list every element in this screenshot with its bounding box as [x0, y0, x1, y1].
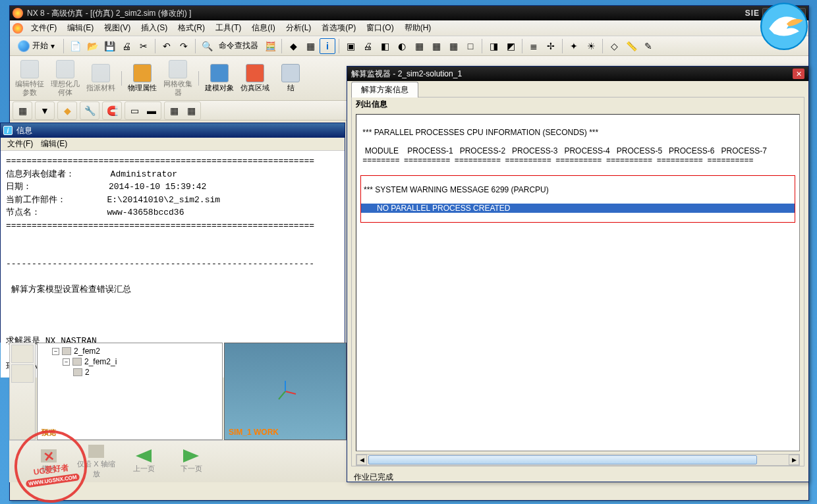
ribbon-result[interactable]: 结 — [273, 58, 308, 99]
nav-next[interactable]: 下一页 — [171, 449, 211, 474]
solver-titlebar[interactable]: 解算监视器 - 2_sim2-solution_1 ✕ — [347, 67, 808, 81]
app-titlebar[interactable]: NX 8 - 高级仿真 - [(仿真) 2_sim2.sim (修改的) ] S… — [10, 6, 808, 20]
pen-icon[interactable]: ✎ — [640, 38, 656, 54]
nav-zoom-x[interactable]: 仅沿 X 轴缩放 — [76, 445, 116, 479]
solver-output[interactable]: *** PARALLEL PROCESSES CPU INFORMATION (… — [356, 114, 800, 451]
model-tree[interactable]: − 2_fem2 − 2_fem2_i 2 — [38, 343, 222, 380]
printer2-icon[interactable]: 🖨 — [360, 38, 376, 54]
tree-node-fem2i[interactable]: − 2_fem2_i — [63, 356, 218, 367]
cube5-icon[interactable]: ◨ — [486, 38, 501, 54]
t2-mesh-icon[interactable]: ▦ — [166, 103, 182, 119]
open-folder-icon[interactable]: 📂 — [84, 38, 100, 54]
square-icon[interactable]: □ — [463, 38, 478, 54]
info-square-icon[interactable]: i — [320, 38, 335, 54]
menu-analysis[interactable]: 分析(L) — [281, 21, 317, 35]
redo-icon[interactable]: ↷ — [176, 38, 192, 54]
info-menu-file[interactable]: 文件(F) — [3, 138, 37, 150]
cube6-icon[interactable]: ◩ — [503, 38, 519, 54]
star-icon[interactable]: ✦ — [566, 38, 582, 54]
cube3-icon[interactable]: ▦ — [428, 38, 444, 54]
nav-mode[interactable]: 模式 — [29, 449, 69, 474]
menu-window[interactable]: 窗口(O) — [361, 21, 399, 35]
material-icon — [92, 64, 110, 82]
menu-file[interactable]: 文件(F) — [26, 21, 62, 35]
nav-strip: 模式 仅沿 X 轴缩放 上一页 下一页 — [9, 440, 347, 482]
solver-title: 解算监视器 - 2_sim2-solution_1 — [351, 69, 793, 80]
solver-monitor-window: 解算监视器 - 2_sim2-solution_1 ✕ 解算方案信息 列出信息 … — [347, 66, 809, 482]
svg-line-1 — [279, 391, 285, 399]
sun-icon[interactable]: ☀ — [583, 38, 599, 54]
t2-mesh2-icon[interactable]: ▦ — [183, 103, 199, 119]
app-title: NX 8 - 高级仿真 - [(仿真) 2_sim2.sim (修改的) ] — [27, 8, 745, 19]
info-menu-edit[interactable]: 编辑(E) — [37, 138, 71, 150]
menubar: 文件(F) 编辑(E) 视图(V) 插入(S) 格式(R) 工具(T) 信息(I… — [10, 20, 808, 36]
info-titlebar[interactable]: i 信息 — [1, 123, 345, 138]
t2-cube-icon[interactable]: ▦ — [14, 103, 30, 119]
t2-filter-icon[interactable]: ▼ — [37, 103, 53, 119]
solver-tab-info[interactable]: 解算方案信息 — [351, 82, 418, 98]
cube2-icon[interactable]: ▦ — [411, 38, 427, 54]
ruler-icon[interactable]: 📏 — [623, 38, 639, 54]
sidebar-btn-1[interactable] — [11, 345, 34, 363]
menu-format[interactable]: 格式(R) — [173, 21, 210, 35]
part-icon — [62, 347, 71, 355]
menu-preferences[interactable]: 首选项(P) — [316, 21, 361, 35]
tool-b-icon[interactable]: ▦ — [302, 38, 318, 54]
t2-box2-icon[interactable]: ▬ — [144, 103, 159, 119]
brand-label: SIE — [745, 9, 760, 18]
ribbon-mesh[interactable]: 网格收集器 — [161, 58, 195, 99]
nav-prev[interactable]: 上一页 — [124, 449, 163, 474]
start-button[interactable]: 开始 ▾ — [13, 39, 60, 53]
menu-info[interactable]: 信息(I) — [246, 21, 280, 35]
t2-wrench-icon[interactable]: 🔧 — [82, 103, 98, 119]
solver-header-text: *** PARALLEL PROCESSES CPU INFORMATION (… — [360, 128, 795, 165]
solver-hscrollbar[interactable]: ◀ ▶ — [356, 454, 800, 466]
menu-tools[interactable]: 工具(T) — [210, 21, 246, 35]
scroll-left-icon[interactable]: ◀ — [356, 455, 367, 465]
ribbon-physical[interactable]: 物理属性 — [125, 58, 159, 99]
solver-warning-box: *** SYSTEM WARNING MESSAGE 6299 (PARCPU)… — [360, 175, 795, 223]
layers-icon[interactable]: ≣ — [526, 38, 542, 54]
diamond-icon[interactable]: ◇ — [606, 38, 622, 54]
t2-orange-icon[interactable]: ◆ — [59, 103, 75, 119]
t2-box1-icon[interactable]: ▭ — [127, 103, 142, 119]
t2-magnet-icon[interactable]: 🧲 — [104, 103, 120, 119]
start-label: 开始 — [32, 40, 48, 51]
new-file-icon[interactable]: 📄 — [67, 38, 83, 54]
box-select-icon[interactable]: ▣ — [343, 38, 358, 54]
tree-node-2[interactable]: 2 — [73, 367, 218, 378]
menu-insert[interactable]: 插入(S) — [136, 21, 173, 35]
solver-warning-line2[interactable]: NO PARALLEL PROCESS CREATED — [361, 204, 795, 213]
scroll-right-icon[interactable]: ▶ — [789, 455, 799, 465]
menu-edit[interactable]: 编辑(E) — [62, 21, 99, 35]
save-icon[interactable]: 💾 — [101, 38, 117, 54]
ribbon-model-object[interactable]: 建模对象 — [202, 58, 237, 99]
solver-close-button[interactable]: ✕ — [793, 69, 804, 79]
menu-logo-icon — [13, 23, 23, 34]
calculator-icon[interactable]: 🧮 — [262, 38, 278, 54]
command-finder-label[interactable]: 命令查找器 — [216, 40, 261, 51]
tree-node-fem2[interactable]: − 2_fem2 — [52, 346, 218, 356]
sidebar-btn-2[interactable] — [11, 364, 34, 383]
undo-icon[interactable]: ↶ — [159, 38, 175, 54]
ribbon-edit-feature[interactable]: 编辑特征参数 — [13, 58, 47, 99]
cube4-icon[interactable]: ▦ — [445, 38, 461, 54]
yin-yang-icon[interactable]: ◐ — [394, 38, 410, 54]
collapse-icon[interactable]: − — [52, 348, 59, 355]
print-icon[interactable]: 🖨 — [119, 38, 134, 54]
collapse-icon[interactable]: − — [63, 358, 70, 366]
scroll-thumb[interactable] — [368, 455, 757, 464]
idealize-icon — [56, 60, 74, 78]
command-finder-icon[interactable]: 🔍 — [199, 38, 215, 54]
tool-a-icon[interactable]: ◆ — [285, 38, 301, 54]
cut-icon[interactable]: ✂ — [136, 38, 152, 54]
viewport[interactable]: SIM_1 WORK — [224, 343, 347, 440]
model-tree-panel: − 2_fem2 − 2_fem2_i 2 预览 — [37, 343, 223, 440]
ribbon-idealize[interactable]: 理想化几何体 — [48, 58, 82, 99]
ribbon-sim-region[interactable]: 仿真区域 — [238, 58, 272, 99]
menu-view[interactable]: 视图(V) — [99, 21, 136, 35]
menu-help[interactable]: 帮助(H) — [399, 21, 437, 35]
ribbon-material[interactable]: 指派材料 — [84, 58, 118, 99]
cube-icon[interactable]: ◧ — [377, 38, 393, 54]
axis-icon[interactable]: ✢ — [543, 38, 559, 54]
